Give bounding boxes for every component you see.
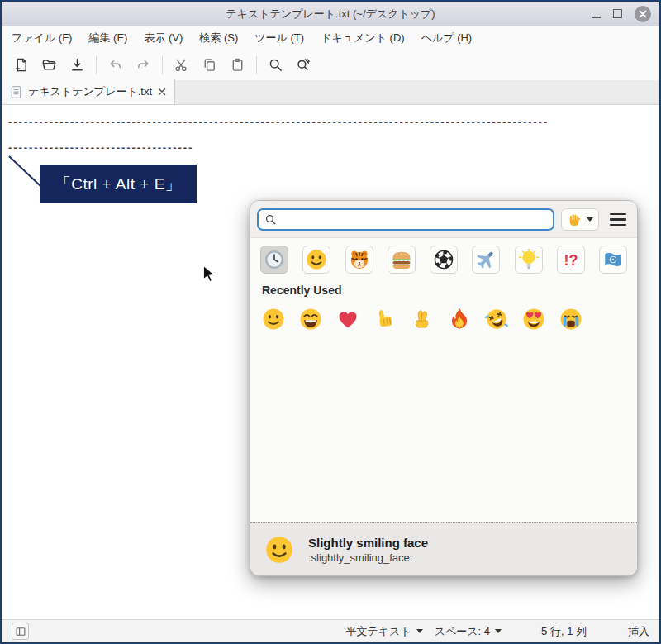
app-window: テキストテンプレート.txt (~/デスクトップ) ファイル (F) 編集 (E… — [0, 0, 661, 644]
search-icon — [264, 213, 277, 226]
emoji-grinning-face[interactable] — [297, 305, 325, 333]
emoji-picker-header — [250, 201, 637, 238]
close-button[interactable] — [635, 6, 651, 22]
category-activities[interactable] — [430, 246, 458, 274]
emoji-search-input[interactable] — [281, 212, 553, 228]
copy-icon — [202, 57, 217, 73]
document-type-dropdown[interactable]: 平文テキスト — [345, 624, 422, 639]
chevron-down-icon — [587, 217, 593, 222]
tiger-face-icon — [348, 248, 371, 271]
minimize-icon — [592, 17, 601, 18]
menu-tools[interactable]: ツール (T) — [246, 27, 312, 49]
input-mode-label: 挿入 — [628, 624, 649, 639]
mouse-cursor — [202, 265, 216, 284]
exclamation-question-icon: !? — [559, 248, 583, 271]
emoji-slightly-smiling-face[interactable] — [259, 305, 288, 333]
cut-button[interactable] — [170, 55, 192, 76]
slightly-smiling-face-icon — [261, 307, 286, 332]
svg-text:!?: !? — [564, 252, 578, 269]
side-panel-icon — [15, 626, 26, 637]
airplane-icon — [474, 248, 497, 271]
maximize-icon — [613, 9, 622, 18]
recently-used-heading: Recently Used — [262, 284, 341, 297]
smiley-face-icon — [305, 248, 328, 271]
text-line-dashes-2: ------------------------------------ — [8, 141, 193, 154]
preview-emoji-icon — [264, 534, 295, 565]
grinning-face-icon — [298, 307, 323, 332]
text-editor-area[interactable]: ----------------------------------------… — [2, 105, 659, 619]
category-symbols[interactable]: !? — [557, 246, 585, 274]
emoji-rofl[interactable] — [483, 305, 511, 333]
new-document-button[interactable] — [10, 55, 31, 76]
category-food-drink[interactable] — [388, 246, 416, 274]
fire-icon — [447, 307, 472, 332]
save-document-button[interactable] — [66, 55, 88, 76]
category-smileys[interactable] — [302, 246, 330, 274]
hamburger-menu-icon — [610, 213, 626, 215]
menu-edit[interactable]: 編集 (E) — [80, 27, 136, 49]
tab-label: テキストテンプレート.txt — [28, 84, 152, 99]
emoji-loudly-crying[interactable] — [557, 305, 585, 333]
chevron-down-icon — [416, 629, 423, 633]
emoji-search-box[interactable] — [257, 208, 554, 231]
category-objects[interactable] — [515, 246, 543, 274]
emoji-crossed-fingers[interactable] — [408, 305, 436, 333]
emoji-heart-eyes[interactable] — [520, 305, 548, 333]
open-document-button[interactable] — [38, 55, 59, 76]
menu-document[interactable]: ドキュメント (D) — [312, 27, 413, 49]
menu-view[interactable]: 表示 (V) — [136, 27, 191, 49]
maximize-button[interactable] — [613, 9, 622, 18]
redo-icon — [136, 57, 151, 73]
recent-emoji-row — [250, 305, 585, 333]
redo-button[interactable] — [132, 55, 154, 76]
rofl-face-icon — [484, 307, 509, 332]
undo-button[interactable] — [104, 55, 126, 76]
copy-button[interactable] — [198, 55, 220, 76]
cursor-position: 5 行, 1 列 — [541, 624, 587, 639]
skin-tone-selector[interactable] — [561, 208, 599, 231]
tab-close-icon[interactable] — [158, 88, 166, 96]
tab-width-label: スペース: 4 — [435, 624, 490, 639]
category-flags[interactable] — [599, 246, 627, 274]
menu-search[interactable]: 検索 (S) — [191, 27, 246, 49]
tab-width-dropdown[interactable]: スペース: 4 — [435, 624, 502, 639]
hamburger-icon — [390, 248, 413, 271]
undo-icon — [107, 57, 123, 73]
toolbar — [2, 50, 659, 80]
emoji-preview-bar: Slightly smiling face :slightly_smiling_… — [250, 522, 637, 575]
category-recently-used[interactable] — [260, 246, 288, 274]
side-panel-toggle-button[interactable] — [12, 623, 29, 640]
preview-emoji-shortcode: :slightly_smiling_face: — [308, 551, 428, 564]
emoji-thumbs-up[interactable] — [371, 305, 399, 333]
clock-icon — [263, 248, 286, 271]
emoji-picker-menu-button[interactable] — [607, 209, 629, 230]
red-heart-icon — [335, 307, 360, 332]
text-line-dashes-1: ----------------------------------------… — [8, 116, 549, 128]
new-document-icon — [13, 57, 29, 73]
emoji-category-row: !? — [250, 246, 637, 274]
category-travel-places[interactable] — [472, 246, 500, 274]
search-and-replace-button[interactable] — [292, 55, 314, 76]
cursor-position-label: 5 行, 1 列 — [541, 624, 587, 639]
search-button[interactable] — [264, 55, 286, 76]
emoji-picker-popup: !? Recently Used Slightly — [250, 200, 638, 576]
tab-active[interactable]: テキストテンプレート.txt — [2, 79, 175, 104]
menu-file[interactable]: ファイル (F) — [3, 27, 80, 49]
input-mode[interactable]: 挿入 — [628, 624, 649, 639]
paste-button[interactable] — [226, 55, 248, 76]
un-flag-icon — [602, 248, 625, 271]
minimize-button[interactable] — [592, 10, 601, 18]
title-bar: テキストテンプレート.txt (~/デスクトップ) — [2, 2, 659, 26]
search-icon — [268, 57, 283, 73]
scissors-icon — [174, 57, 189, 73]
toolbar-separator — [256, 56, 257, 74]
document-icon — [10, 85, 22, 99]
menu-help[interactable]: ヘルプ (H) — [413, 27, 481, 49]
window-title: テキストテンプレート.txt (~/デスクトップ) — [2, 7, 659, 21]
toolbar-separator — [162, 56, 163, 74]
emoji-red-heart[interactable] — [334, 305, 362, 333]
emoji-fire[interactable] — [445, 305, 473, 333]
category-animals-nature[interactable] — [345, 246, 373, 274]
loudly-crying-face-icon — [559, 307, 583, 332]
clipboard-icon — [230, 57, 245, 73]
